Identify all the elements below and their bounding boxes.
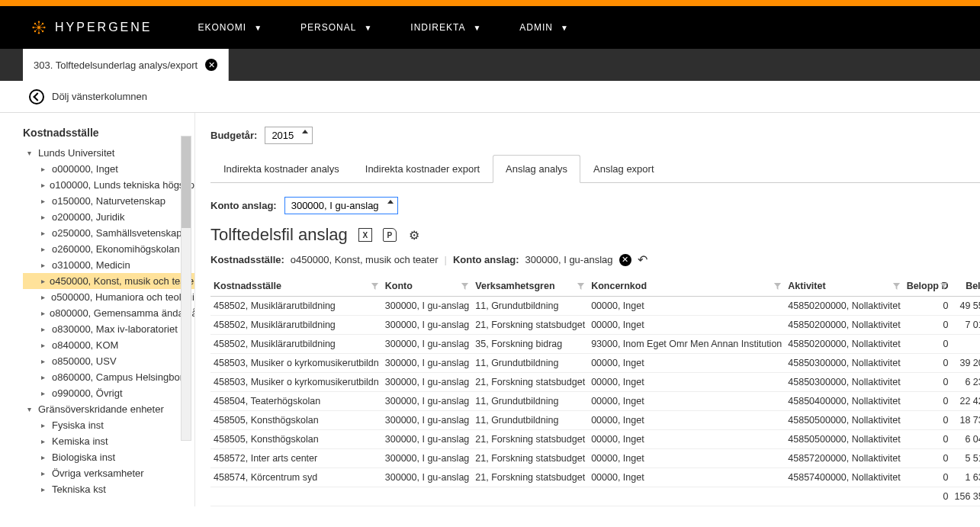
sidebar-item[interactable]: ▸Biologiska inst bbox=[23, 449, 194, 465]
nav-admin[interactable]: ADMIN▼ bbox=[519, 22, 569, 33]
filter-icon[interactable] bbox=[773, 282, 782, 293]
caret-right-icon: ▸ bbox=[41, 197, 47, 205]
caret-right-icon: ▸ bbox=[41, 325, 47, 333]
sidebar-item[interactable]: ▸o310000, Medicin bbox=[23, 257, 194, 273]
sub-toolbar: Dölj vänsterkolumnen bbox=[0, 81, 980, 113]
table-row[interactable]: 458503, Musiker o kyrkomusikerutbildn300… bbox=[210, 373, 980, 392]
sidebar-item[interactable]: ▸o800000, Gemensamma ändamål bbox=[23, 305, 194, 321]
column-header[interactable]: Verksamhetsgren bbox=[472, 276, 588, 297]
filter-icon[interactable] bbox=[940, 282, 948, 293]
column-header[interactable]: Belopp K bbox=[951, 276, 980, 297]
inner-tab[interactable]: Anslag analys bbox=[493, 155, 580, 183]
sidebar-item[interactable]: ▸o260000, Ekonomihögskolan bbox=[23, 241, 194, 257]
filter-icon[interactable] bbox=[371, 282, 379, 293]
sidebar-item[interactable]: ▸o830000, Max iv-laboratoriet bbox=[23, 321, 194, 337]
table-row[interactable]: 458505, Konsthögskolan300000, I gu-ansla… bbox=[210, 430, 980, 449]
column-header[interactable]: Belopp D bbox=[904, 276, 952, 297]
column-header[interactable]: Koncernkod bbox=[588, 276, 785, 297]
nav-personal[interactable]: PERSONAL▼ bbox=[300, 22, 372, 33]
close-icon[interactable]: ✕ bbox=[205, 59, 217, 71]
scrollbar[interactable] bbox=[181, 136, 191, 441]
gear-icon[interactable]: ⚙ bbox=[407, 228, 421, 242]
caret-right-icon: ▸ bbox=[41, 293, 47, 301]
konto-anslag-label: Konto anslag: bbox=[210, 200, 277, 211]
sidebar-item[interactable]: ▸Övriga verksamheter bbox=[23, 465, 194, 481]
sidebar-item[interactable]: ▸o990000, Övrigt bbox=[23, 385, 194, 401]
sidebar-item[interactable]: ▸o000000, Inget bbox=[23, 161, 194, 177]
caret-right-icon: ▸ bbox=[41, 277, 45, 285]
document-tab[interactable]: 303. Tolftedelsunderlag analys/export ✕ bbox=[23, 49, 229, 81]
scrollbar-thumb[interactable] bbox=[182, 137, 191, 228]
clear-filter-icon[interactable]: ✕ bbox=[619, 254, 631, 266]
table-row[interactable]: 458574, Körcentrum syd300000, I gu-ansla… bbox=[210, 468, 980, 487]
caret-right-icon: ▸ bbox=[41, 373, 47, 381]
data-table: KostnadsställeKontoVerksamhetsgrenKoncer… bbox=[210, 276, 980, 506]
caret-down-icon: ▾ bbox=[27, 405, 34, 413]
crumb-ks-label: Kostnadsställe: bbox=[210, 254, 284, 265]
caret-right-icon: ▸ bbox=[41, 309, 45, 317]
inner-tab[interactable]: Indirekta kostnader export bbox=[352, 155, 493, 183]
sidebar-item[interactable]: ▸Tekniska kst bbox=[23, 481, 194, 497]
breadcrumb: Kostnadsställe: o450000, Konst, musik oc… bbox=[210, 252, 980, 267]
logo[interactable]: HYPERGENE bbox=[31, 19, 152, 36]
filter-icon[interactable] bbox=[461, 282, 469, 293]
export-excel-icon[interactable]: X bbox=[358, 228, 372, 242]
column-header[interactable]: Konto bbox=[382, 276, 473, 297]
back-icon[interactable] bbox=[29, 89, 44, 104]
export-pdf-icon[interactable]: P bbox=[383, 228, 397, 242]
main-nav: EKONOMI▼ PERSONAL▼ INDIREKTA▼ ADMIN▼ bbox=[198, 22, 568, 33]
sidebar-item[interactable]: ▸o850000, USV bbox=[23, 353, 194, 369]
crumb-ka-value: 300000, I gu-anslag bbox=[525, 254, 613, 265]
sidebar-item[interactable]: ▸o450000, Konst, musik och teater bbox=[23, 273, 194, 289]
svg-line-14 bbox=[39, 24, 43, 27]
caret-right-icon: ▸ bbox=[41, 229, 47, 237]
caret-right-icon: ▸ bbox=[41, 341, 47, 349]
table-row[interactable]: 458503, Musiker o kyrkomusikerutbildn300… bbox=[210, 354, 980, 373]
sidebar-item[interactable]: ▸o500000, Humaniora och teologi bbox=[23, 289, 194, 305]
logo-text: HYPERGENE bbox=[55, 21, 152, 34]
column-header[interactable]: Kostnadsställe bbox=[210, 276, 382, 297]
caret-right-icon: ▸ bbox=[41, 453, 47, 461]
page-title: Tolftedelsfil anslag bbox=[210, 225, 348, 245]
tree-root-lu[interactable]: ▾Lunds Universitet bbox=[23, 145, 194, 161]
caret-right-icon: ▸ bbox=[41, 389, 47, 397]
hide-left-column-link[interactable]: Dölj vänsterkolumnen bbox=[52, 91, 147, 102]
table-row[interactable]: 458502, Musiklärarutbildning300000, I gu… bbox=[210, 297, 980, 316]
filter-icon[interactable] bbox=[892, 282, 901, 293]
sidebar-item[interactable]: ▸Fysiska inst bbox=[23, 417, 194, 433]
sidebar-item[interactable]: ▸o860000, Campus Helsingborg bbox=[23, 369, 194, 385]
nav-indirekta[interactable]: INDIREKTA▼ bbox=[410, 22, 481, 33]
table-row[interactable]: 458572, Inter arts center300000, I gu-an… bbox=[210, 449, 980, 468]
konto-anslag-select[interactable]: 300000, I gu-anslag bbox=[284, 197, 398, 214]
chevron-down-icon: ▼ bbox=[254, 24, 262, 32]
table-row[interactable]: 458504, Teaterhögskolan300000, I gu-ansl… bbox=[210, 392, 980, 411]
inner-tab[interactable]: Indirekta kostnader analys bbox=[210, 155, 352, 183]
chevron-down-icon: ▼ bbox=[364, 24, 372, 32]
tree-root-ge[interactable]: ▾Gränsöverskridande enheter bbox=[23, 401, 194, 417]
table-row[interactable]: 458505, Konsthögskolan300000, I gu-ansla… bbox=[210, 411, 980, 430]
header: HYPERGENE EKONOMI▼ PERSONAL▼ INDIREKTA▼ … bbox=[0, 6, 980, 49]
inner-tab[interactable]: Anslag export bbox=[580, 155, 667, 183]
sidebar-item[interactable]: ▸o250000, Samhällsvetenskap bbox=[23, 225, 194, 241]
filter-icon[interactable] bbox=[577, 282, 585, 293]
sidebar-title: Kostnadsställe bbox=[23, 127, 194, 139]
sidebar-item[interactable]: ▸o150000, Naturvetenskap bbox=[23, 193, 194, 209]
svg-line-13 bbox=[35, 24, 39, 27]
column-header[interactable]: Aktivitet bbox=[785, 276, 903, 297]
undo-icon[interactable]: ↶ bbox=[638, 252, 647, 267]
caret-right-icon: ▸ bbox=[41, 469, 47, 477]
table-row[interactable]: 458502, Musiklärarutbildning300000, I gu… bbox=[210, 316, 980, 335]
tree: ▾Lunds Universitet ▸o000000, Inget▸o1000… bbox=[23, 145, 194, 497]
sidebar-item[interactable]: ▸o100000, Lunds tekniska högskola bbox=[23, 177, 194, 193]
caret-right-icon: ▸ bbox=[41, 213, 47, 221]
inner-tabs: Indirekta kostnader analysIndirekta kost… bbox=[210, 155, 980, 183]
chevron-down-icon: ▼ bbox=[561, 24, 569, 32]
sidebar-item[interactable]: ▸Kemiska inst bbox=[23, 433, 194, 449]
budgetar-select[interactable]: 2015 bbox=[265, 127, 313, 144]
sidebar-item[interactable]: ▸o840000, KOM bbox=[23, 337, 194, 353]
nav-ekonomi[interactable]: EKONOMI▼ bbox=[198, 22, 262, 33]
caret-right-icon: ▸ bbox=[41, 437, 47, 445]
caret-right-icon: ▸ bbox=[41, 181, 45, 189]
table-row[interactable]: 458502, Musiklärarutbildning300000, I gu… bbox=[210, 335, 980, 354]
sidebar-item[interactable]: ▸o200000, Juridik bbox=[23, 209, 194, 225]
